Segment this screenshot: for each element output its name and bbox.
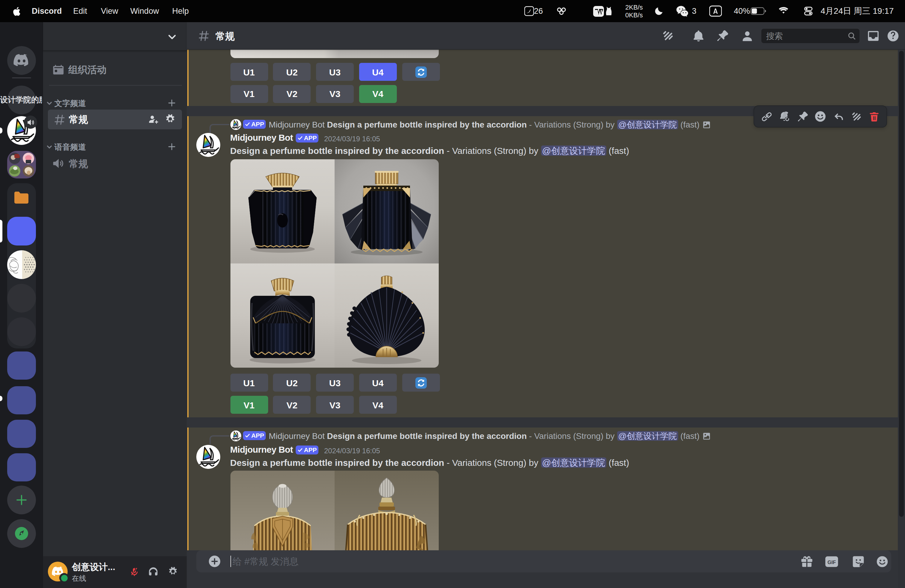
svg-text:GIF: GIF (827, 559, 835, 565)
